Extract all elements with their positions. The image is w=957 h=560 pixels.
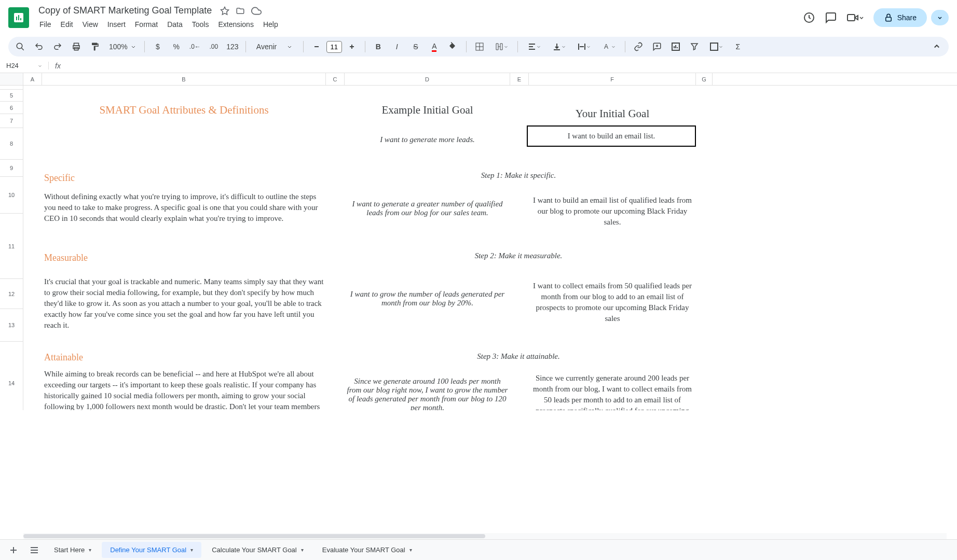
strikethrough-icon[interactable]: S (408, 39, 423, 54)
insert-chart-icon[interactable] (668, 39, 683, 54)
decrease-font-icon[interactable] (309, 39, 324, 54)
cell-F8[interactable]: I want to build an email list. (527, 125, 696, 147)
sheet-tab-calculate[interactable]: Calculate Your SMART Goal▾ (203, 542, 312, 558)
cell-B17[interactable]: While aiming to break records can be ben… (42, 367, 326, 410)
row-header-5[interactable]: 5 (0, 90, 23, 102)
col-header-A[interactable]: A (23, 73, 42, 85)
merge-icon[interactable] (490, 39, 512, 54)
menu-file[interactable]: File (35, 18, 56, 31)
increase-font-icon[interactable] (344, 39, 360, 54)
format-123-icon[interactable]: 123 (225, 39, 240, 54)
cell-D8[interactable]: I want to generate more leads. (345, 133, 510, 146)
bold-icon[interactable]: B (371, 39, 386, 54)
comment-icon[interactable] (825, 11, 837, 24)
menu-help[interactable]: Help (259, 18, 282, 31)
percent-icon[interactable]: % (169, 39, 184, 54)
redo-icon[interactable] (50, 39, 65, 54)
collapse-toolbar-icon[interactable] (929, 39, 945, 54)
menu-view[interactable]: View (78, 18, 102, 31)
rotate-icon[interactable]: A (598, 39, 620, 54)
cell-step3[interactable]: Step 3: Make it attainable. (345, 350, 692, 363)
text-color-icon[interactable]: A (427, 39, 442, 54)
borders-icon[interactable] (472, 39, 487, 54)
menu-edit[interactable]: Edit (57, 18, 77, 31)
align-icon[interactable] (523, 39, 545, 54)
wrap-icon[interactable] (573, 39, 595, 54)
filter-views-icon[interactable] (705, 39, 727, 54)
all-sheets-icon[interactable] (25, 541, 44, 559)
decrease-decimal-icon[interactable]: .0← (187, 39, 203, 54)
move-icon[interactable] (236, 6, 245, 16)
undo-icon[interactable] (31, 39, 47, 54)
cell-B13[interactable]: Measurable (42, 250, 90, 265)
cell-F14[interactable]: I want to collect emails from 50 qualifi… (529, 278, 696, 326)
cloud-icon[interactable] (251, 6, 262, 16)
row-header-13[interactable]: 13 (0, 309, 23, 342)
cell-F17[interactable]: Since we currently generate around 200 l… (529, 371, 696, 410)
select-all-corner[interactable] (0, 73, 23, 85)
cell-B6[interactable]: SMART Goal Attributes & Definitions (42, 102, 326, 119)
share-button[interactable]: Share (873, 8, 927, 27)
sheet-tab-define[interactable]: Define Your SMART Goal▾ (102, 542, 201, 558)
search-icon[interactable] (12, 39, 28, 54)
menu-insert[interactable]: Insert (103, 18, 130, 31)
currency-icon[interactable]: $ (150, 39, 166, 54)
cell-F11[interactable]: I want to build an email list of qualifi… (529, 193, 696, 230)
row-header-14[interactable]: 14 (0, 342, 23, 410)
sheet-tab-evaluate[interactable]: Evaluate Your SMART Goal▾ (314, 542, 420, 558)
col-header-E[interactable]: E (510, 73, 529, 85)
zoom-select[interactable]: 100% (106, 41, 139, 52)
print-icon[interactable] (69, 39, 84, 54)
link-icon[interactable] (631, 39, 646, 54)
cell-B11[interactable]: Without defining exactly what you're try… (42, 189, 326, 226)
cell-step2[interactable]: Step 2: Make it measurable. (345, 249, 692, 262)
cell-D6[interactable]: Example Initial Goal (345, 102, 510, 119)
row-header-6[interactable]: 6 (0, 102, 23, 114)
functions-icon[interactable]: Σ (730, 39, 746, 54)
font-select[interactable]: Avenir (251, 40, 298, 53)
sheet-tab-start-here[interactable]: Start Here▾ (46, 542, 100, 558)
sheets-logo[interactable] (8, 7, 29, 28)
row-header-7[interactable]: 7 (0, 114, 23, 128)
share-dropdown[interactable] (931, 10, 949, 25)
col-header-G[interactable]: G (696, 73, 713, 85)
fill-color-icon[interactable] (445, 39, 461, 54)
col-header-F[interactable]: F (529, 73, 696, 85)
menu-data[interactable]: Data (163, 18, 187, 31)
cell-step1[interactable]: Step 1: Make it specific. (345, 169, 692, 182)
document-title[interactable]: Copy of SMART Marketing Goal Template (35, 4, 215, 17)
filter-icon[interactable] (687, 39, 702, 54)
cell-area[interactable]: SMART Goal Attributes & Definitions Exam… (23, 86, 957, 410)
paint-format-icon[interactable] (87, 39, 103, 54)
menu-extensions[interactable]: Extensions (214, 18, 257, 31)
col-header-B[interactable]: B (42, 73, 326, 85)
cell-D11[interactable]: I want to generate a greater number of q… (345, 198, 510, 219)
cell-F6[interactable]: Your Initial Goal (529, 105, 696, 122)
row-header-8[interactable]: 8 (0, 128, 23, 160)
row-header-4[interactable] (0, 86, 23, 90)
row-header-11[interactable]: 11 (0, 214, 23, 279)
cell-B16[interactable]: Attainable (42, 350, 85, 365)
italic-icon[interactable]: I (389, 39, 405, 54)
col-header-C[interactable]: C (326, 73, 345, 85)
history-icon[interactable] (803, 11, 815, 24)
meet-icon[interactable] (846, 11, 864, 24)
increase-decimal-icon[interactable]: .00 (206, 39, 222, 54)
star-icon[interactable] (220, 6, 229, 16)
row-header-12[interactable]: 12 (0, 279, 23, 309)
cell-B14[interactable]: It's crucial that your goal is trackable… (42, 274, 326, 333)
formula-input[interactable] (67, 59, 957, 73)
add-comment-icon[interactable] (649, 39, 665, 54)
name-box[interactable]: H24 (0, 62, 49, 69)
menu-tools[interactable]: Tools (188, 18, 213, 31)
menu-format[interactable]: Format (131, 18, 162, 31)
cell-D14[interactable]: I want to grow the number of leads gener… (345, 288, 510, 310)
cell-D17[interactable]: Since we generate around 100 leads per m… (345, 375, 510, 410)
row-header-10[interactable]: 10 (0, 177, 23, 214)
add-sheet-icon[interactable] (4, 541, 23, 559)
horizontal-scrollbar[interactable] (23, 533, 947, 539)
font-size-input[interactable] (326, 41, 342, 53)
cell-B10[interactable]: Specific (42, 171, 77, 186)
row-header-9[interactable]: 9 (0, 160, 23, 177)
valign-icon[interactable] (548, 39, 570, 54)
